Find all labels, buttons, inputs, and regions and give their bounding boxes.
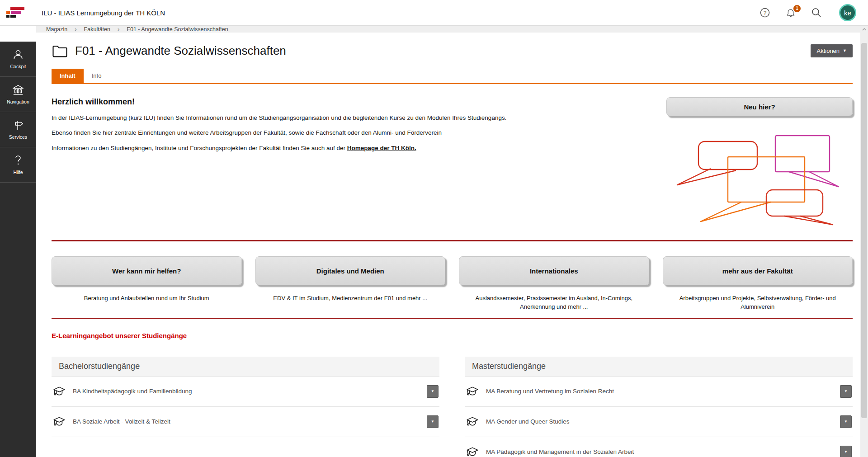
scrollbar[interactable] — [860, 26, 868, 457]
course-dropdown-button[interactable] — [840, 446, 852, 457]
quicklink-button[interactable]: Internationales — [459, 256, 649, 285]
quicklink-button[interactable]: mehr aus der Fakultät — [663, 256, 853, 285]
quicklink-caption: EDV & IT im Studium, Medienzentrum der F… — [255, 294, 446, 303]
caret-down-icon — [844, 450, 848, 454]
chevron-right-icon: › — [118, 26, 119, 33]
question-icon — [13, 155, 24, 166]
quicklink: Wer kann mir helfen? Beratung und Anlauf… — [52, 256, 242, 311]
quicklink-caption: Auslandssemester, Praxissemester im Ausl… — [459, 294, 649, 311]
breadcrumb-item[interactable]: Fakultäten — [84, 26, 110, 33]
course-row: MA Gender und Queer Studies — [465, 407, 853, 437]
graduation-cap-icon — [466, 445, 479, 457]
chevron-right-icon: › — [75, 26, 76, 33]
actions-button[interactable]: Aktionen — [811, 44, 853, 57]
bank-icon — [11, 84, 25, 96]
search-icon[interactable] — [811, 7, 822, 18]
page-title: F01 - Angewandte Sozialwissenschaften — [75, 44, 804, 58]
avatar[interactable]: ke — [839, 4, 856, 21]
notifications-bell-icon[interactable]: 1 — [785, 7, 797, 19]
course-dropdown-button[interactable] — [427, 415, 439, 428]
tab-info[interactable]: Info — [84, 69, 110, 83]
folder-icon — [52, 44, 68, 58]
welcome-paragraph: In der ILIAS-Lernumgebung (kurz ILU) fin… — [52, 113, 646, 122]
sidebar-item-label: Services — [9, 134, 27, 140]
app-title: ILU - ILIAS Lernumgebung der TH KÖLN — [42, 9, 760, 17]
course-row: BA Soziale Arbeit - Vollzeit & Teilzeit — [52, 407, 439, 437]
logo-bar-magenta — [11, 11, 21, 14]
th-koeln-logo[interactable] — [6, 7, 28, 19]
sidebar-item-hilfe[interactable]: Hilfe — [0, 147, 36, 183]
tab-inhalt[interactable]: Inhalt — [52, 69, 84, 83]
neu-hier-button[interactable]: Neu hier? — [666, 97, 853, 116]
course-link[interactable]: MA Pädagogik und Management in der Sozia… — [486, 448, 833, 455]
course-dropdown-button[interactable] — [840, 385, 852, 398]
graduation-cap-icon — [466, 415, 479, 429]
quicklink: Internationales Auslandssemester, Praxis… — [459, 256, 649, 311]
welcome-paragraph-text: Informationen zu den Studiengängen, Inst… — [52, 145, 347, 151]
signpost-icon — [12, 119, 24, 131]
graduation-cap-icon — [52, 415, 66, 429]
graduation-cap-icon — [52, 385, 66, 398]
sidebar-item-cockpit[interactable]: Cockpit — [0, 42, 36, 77]
course-dropdown-button[interactable] — [427, 385, 439, 398]
homepage-link[interactable]: Homepage der TH Köln. — [347, 145, 416, 151]
sidebar: Cockpit Navigation — [0, 26, 36, 457]
person-icon — [12, 49, 24, 61]
topbar-actions: ? 1 ke — [760, 4, 856, 21]
quicklink-button[interactable]: Digitales und Medien — [255, 256, 446, 285]
course-columns: Bachelorstudiengänge BA Kindheitspädagog… — [52, 357, 853, 457]
course-row: BA Kindheitspädagogik und Familienbildun… — [52, 377, 439, 407]
master-panel: Masterstudiengänge MA Beratung und Vertr… — [465, 357, 853, 457]
tabs: Inhalt Info — [52, 69, 853, 84]
sidebar-item-services[interactable]: Services — [0, 112, 36, 147]
course-link[interactable]: MA Gender und Queer Studies — [486, 418, 833, 425]
caret-down-icon — [844, 390, 848, 393]
logo-bar-red — [10, 7, 24, 10]
red-divider — [52, 240, 853, 241]
course-link[interactable]: MA Beratung und Vertretung im Sozialen R… — [486, 388, 833, 395]
sidebar-item-label: Hilfe — [13, 170, 23, 175]
quicklink-caption: Beratung und Anlaufstellen rund um Ihr S… — [52, 294, 242, 303]
speech-bubbles-illustration — [666, 129, 853, 226]
help-icon[interactable]: ? — [760, 7, 770, 18]
breadcrumb-item[interactable]: Magazin — [46, 26, 67, 33]
caret-down-icon — [843, 49, 847, 53]
course-link[interactable]: BA Soziale Arbeit - Vollzeit & Teilzeit — [73, 418, 420, 425]
welcome-paragraph: Ebenso finden Sie hier zentrale Einricht… — [52, 128, 646, 137]
logo-bar-orange — [6, 11, 10, 14]
scrollbar-thumb[interactable] — [861, 43, 867, 418]
bachelor-panel: Bachelorstudiengänge BA Kindheitspädagog… — [52, 357, 439, 457]
sidebar-item-label: Cockpit — [10, 64, 26, 69]
course-dropdown-button[interactable] — [840, 415, 852, 428]
panel-title: Masterstudiengänge — [465, 357, 853, 377]
quicklink: Digitales und Medien EDV & IT im Studium… — [255, 256, 446, 311]
topbar: ILU - ILIAS Lernumgebung der TH KÖLN ? 1… — [0, 0, 868, 26]
course-row: MA Pädagogik und Management in der Sozia… — [465, 437, 853, 457]
svg-text:?: ? — [764, 10, 767, 16]
notification-badge: 1 — [793, 5, 801, 12]
sidebar-item-navigation[interactable]: Navigation — [0, 77, 36, 112]
scroll-up-arrow[interactable] — [860, 26, 868, 33]
sidebar-item-label: Navigation — [7, 99, 29, 104]
caret-down-icon — [431, 420, 434, 424]
quicklink-caption: Arbeitsgruppen und Projekte, Selbstverwa… — [663, 294, 853, 311]
page-header: F01 - Angewandte Sozialwissenschaften Ak… — [52, 44, 853, 58]
quicklink: mehr aus der Fakultät Arbeitsgruppen und… — [663, 256, 853, 311]
graduation-cap-icon — [466, 385, 479, 398]
course-link[interactable]: BA Kindheitspädagogik und Familienbildun… — [73, 388, 420, 395]
logo-bar-black — [6, 15, 9, 18]
quicklinks-grid: Wer kann mir helfen? Beratung und Anlauf… — [52, 256, 853, 311]
logo-bar-black — [10, 15, 16, 18]
breadcrumb-item[interactable]: F01 - Angewandte Sozialwissenschaften — [127, 26, 228, 33]
quicklink-button[interactable]: Wer kann mir helfen? — [52, 256, 242, 285]
course-row: MA Beratung und Vertretung im Sozialen R… — [465, 377, 853, 407]
welcome-section: Herzlich willkommen! In der ILIAS-Lernum… — [52, 97, 853, 226]
welcome-heading: Herzlich willkommen! — [52, 97, 646, 107]
caret-down-icon — [431, 390, 434, 393]
panel-title: Bachelorstudiengänge — [52, 357, 439, 377]
red-divider — [52, 318, 853, 319]
breadcrumb: Magazin › Fakultäten › F01 - Angewandte … — [36, 26, 868, 33]
elearning-heading: E-Learningangebot unserer Studiengänge — [52, 332, 853, 339]
caret-down-icon — [844, 420, 848, 424]
welcome-paragraph: Informationen zu den Studiengängen, Inst… — [52, 144, 646, 153]
